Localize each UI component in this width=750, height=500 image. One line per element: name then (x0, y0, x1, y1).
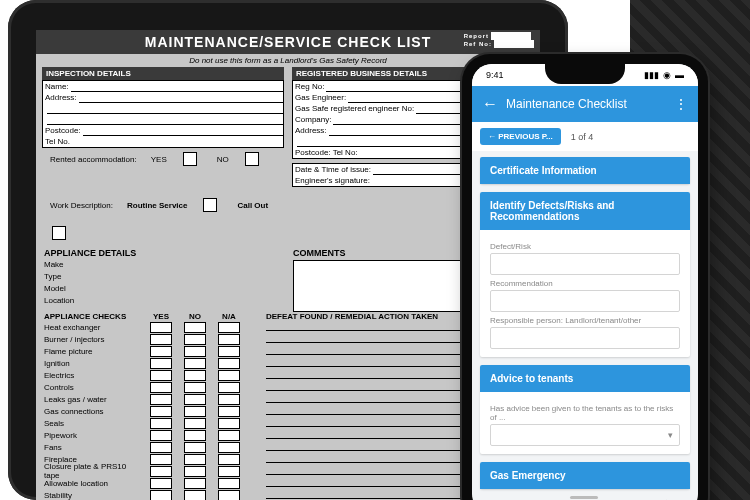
responsible-input[interactable] (490, 327, 680, 349)
form-title: MAINTENANCE/SERVICE CHECK LIST Report Re… (36, 30, 540, 54)
insp-addr-field[interactable] (79, 92, 283, 103)
nav-back-icon[interactable]: ⊲ (658, 496, 668, 500)
check-yes-box[interactable] (150, 370, 172, 381)
check-yes-box[interactable] (150, 394, 172, 405)
rented-no-lbl: NO (217, 155, 229, 164)
card-advice-header: Advice to tenants (480, 365, 690, 392)
check-no-box[interactable] (184, 322, 206, 333)
previous-page-button[interactable]: ← PREVIOUS P... (480, 128, 561, 145)
appliance-details: APPLIANCE DETAILS Make Type Model Locati… (44, 246, 283, 312)
check-no-box[interactable] (184, 334, 206, 345)
recommendation-input[interactable] (490, 290, 680, 312)
callout-checkbox[interactable] (52, 226, 66, 240)
check-no-box[interactable] (184, 430, 206, 441)
check-row-label: Gas connections (44, 407, 144, 416)
back-icon[interactable]: ← (482, 95, 498, 113)
check-row: Flame picture (44, 345, 532, 357)
card-advice: Advice to tenants Has advice been given … (480, 365, 690, 454)
check-yes-box[interactable] (150, 478, 172, 489)
check-na-box[interactable] (218, 370, 240, 381)
check-na-box[interactable] (218, 478, 240, 489)
biz-gassafe-lbl: Gas Safe registered engineer No: (293, 103, 416, 114)
check-no-box[interactable] (184, 454, 206, 465)
report-field[interactable] (491, 32, 531, 40)
insp-postcode-field[interactable] (83, 125, 283, 136)
inspection-header: INSPECTION DETAILS (42, 67, 284, 80)
check-no-box[interactable] (184, 382, 206, 393)
check-yes-box[interactable] (150, 418, 172, 429)
check-na-box[interactable] (218, 418, 240, 429)
appliance-header: APPLIANCE DETAILS (44, 246, 283, 260)
defect-risk-input[interactable] (490, 253, 680, 275)
rented-yes-checkbox[interactable] (183, 152, 197, 166)
check-no-box[interactable] (184, 346, 206, 357)
check-yes-box[interactable] (150, 358, 172, 369)
check-row-label: Leaks gas / water (44, 395, 144, 404)
check-na-box[interactable] (218, 454, 240, 465)
check-na-box[interactable] (218, 382, 240, 393)
check-yes-box[interactable] (150, 406, 172, 417)
check-na-box[interactable] (218, 322, 240, 333)
check-na-box[interactable] (218, 490, 240, 501)
check-na-box[interactable] (218, 334, 240, 345)
advice-select[interactable]: ▾ (490, 424, 680, 446)
refno-field[interactable] (494, 40, 534, 48)
check-no-box[interactable] (184, 490, 206, 501)
menu-icon[interactable]: ⋮ (674, 96, 688, 112)
check-no-box[interactable] (184, 442, 206, 453)
check-na-box[interactable] (218, 466, 240, 477)
check-na-box[interactable] (218, 358, 240, 369)
check-na-box[interactable] (218, 430, 240, 441)
check-no-box[interactable] (184, 394, 206, 405)
page-nav: ← PREVIOUS P... 1 of 4 (472, 122, 698, 151)
check-yes-box[interactable] (150, 346, 172, 357)
check-na-box[interactable] (218, 346, 240, 357)
card-certificate[interactable]: Certificate Information (480, 157, 690, 184)
appl-type-lbl: Type (44, 272, 124, 284)
check-yes-box[interactable] (150, 466, 172, 477)
mid-options: Rented accommodation: YES NO Work Descri… (42, 148, 284, 246)
check-yes-box[interactable] (150, 334, 172, 345)
check-row: Pipework (44, 429, 532, 441)
appl-make-lbl: Make (44, 260, 124, 272)
check-na-box[interactable] (218, 394, 240, 405)
check-no-box[interactable] (184, 466, 206, 477)
check-na-box[interactable] (218, 406, 240, 417)
chevron-down-icon: ▾ (668, 430, 673, 440)
check-yes-box[interactable] (150, 430, 172, 441)
nav-home-icon[interactable] (570, 496, 598, 499)
biz-postcode-lbl: Postcode: Tel No: (293, 147, 360, 158)
insp-postcode-lbl: Postcode: (43, 125, 83, 136)
check-row-label: Pipework (44, 431, 144, 440)
check-yes-box[interactable] (150, 382, 172, 393)
wifi-icon: ◉ (663, 70, 671, 80)
insp-name-field[interactable] (71, 81, 283, 92)
phone-screen: 9:41 ▮▮▮◉▬ ← Maintenance Checklist ⋮ ← P… (472, 64, 698, 500)
checks-header: APPLIANCE CHECKS (44, 312, 144, 321)
card-defects-header: Identify Defects/Risks and Recommendatio… (480, 192, 690, 230)
inspection-panel: INSPECTION DETAILS Name: Address: Postco… (42, 67, 284, 246)
col-no: NO (178, 312, 212, 321)
check-no-box[interactable] (184, 358, 206, 369)
nav-recent-icon[interactable]: ≡ (502, 496, 509, 500)
biz-company-lbl: Company: (293, 114, 333, 125)
check-no-box[interactable] (184, 406, 206, 417)
check-yes-box[interactable] (150, 442, 172, 453)
appl-model-lbl: Model (44, 284, 124, 296)
check-yes-box[interactable] (150, 454, 172, 465)
check-no-box[interactable] (184, 478, 206, 489)
rented-lbl: Rented accommodation: (50, 155, 137, 164)
insp-addr2-field[interactable] (47, 103, 283, 114)
insp-addr3-field[interactable] (47, 114, 283, 125)
routine-checkbox[interactable] (203, 198, 217, 212)
insp-tel-field[interactable] (72, 136, 283, 147)
check-yes-box[interactable] (150, 322, 172, 333)
check-no-box[interactable] (184, 418, 206, 429)
check-yes-box[interactable] (150, 490, 172, 501)
check-no-box[interactable] (184, 370, 206, 381)
biz-addr-lbl: Address: (293, 125, 329, 136)
form-title-text: MAINTENANCE/SERVICE CHECK LIST (145, 34, 431, 50)
rented-no-checkbox[interactable] (245, 152, 259, 166)
check-na-box[interactable] (218, 442, 240, 453)
card-gas[interactable]: Gas Emergency (480, 462, 690, 489)
